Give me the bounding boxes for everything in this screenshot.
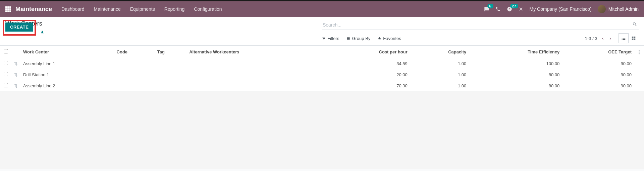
apps-icon[interactable]	[5, 6, 11, 12]
favorites-button[interactable]: Favorites	[378, 36, 401, 41]
svg-rect-9	[632, 37, 634, 38]
nav-menu: Dashboard Maintenance Equipments Reporti…	[61, 6, 222, 12]
create-highlight: CREATE	[3, 20, 36, 36]
col-alt[interactable]: Alternative Workcenters	[186, 46, 325, 58]
cell-tag	[155, 69, 186, 80]
svg-rect-1	[7, 6, 9, 8]
cell-code	[114, 69, 155, 80]
cell-eff: 80.00	[469, 80, 562, 91]
app-brand[interactable]: Maintenance	[15, 6, 52, 13]
groupby-button[interactable]: Group By	[346, 36, 370, 41]
select-all-checkbox[interactable]	[4, 49, 8, 53]
cell-work-center: Assembly Line 2	[20, 80, 114, 91]
cell-oee: 90.00	[562, 58, 634, 69]
table-row[interactable]: ⇅Assembly Line 134.591.00100.0090.00	[0, 58, 644, 69]
table-row[interactable]: ⇅Drill Station 120.001.0080.0090.00	[0, 69, 644, 80]
cell-cost: 34.59	[325, 58, 410, 69]
col-cost[interactable]: Cost per hour	[325, 46, 410, 58]
company-selector[interactable]: My Company (San Francisco)	[530, 6, 592, 12]
filters-button[interactable]: Filters	[322, 36, 339, 41]
messaging-icon[interactable]: 6	[484, 6, 489, 12]
cell-oee: 90.00	[562, 69, 634, 80]
col-capacity[interactable]: Capacity	[410, 46, 469, 58]
row-checkbox[interactable]	[4, 72, 8, 76]
cell-alt	[186, 58, 325, 69]
pager-next-icon[interactable]: ›	[608, 35, 612, 42]
cell-oee: 90.00	[562, 80, 634, 91]
cell-work-center: Assembly Line 1	[20, 58, 114, 69]
list-view-icon[interactable]	[619, 33, 629, 43]
cell-capacity: 1.00	[410, 69, 469, 80]
svg-rect-5	[9, 8, 11, 10]
cell-alt	[186, 69, 325, 80]
pager-value[interactable]: 1-3 / 3	[585, 36, 597, 41]
cell-code	[114, 58, 155, 69]
search-box	[322, 20, 639, 30]
kanban-view-icon[interactable]	[629, 33, 639, 43]
avatar	[598, 5, 606, 13]
user-menu[interactable]: Mitchell Admin	[598, 5, 639, 13]
cell-capacity: 1.00	[410, 58, 469, 69]
search-input[interactable]	[322, 21, 631, 29]
nav-equipments[interactable]: Equipments	[130, 6, 155, 12]
nav-configuration[interactable]: Configuration	[194, 6, 222, 12]
drag-handle-icon[interactable]: ⇅	[11, 69, 20, 80]
svg-rect-10	[634, 37, 636, 38]
cell-eff: 80.00	[469, 69, 562, 80]
cell-tag	[155, 80, 186, 91]
cell-tag	[155, 58, 186, 69]
col-work-center[interactable]: Work Center	[20, 46, 114, 58]
cell-capacity: 1.00	[410, 80, 469, 91]
cell-alt	[186, 80, 325, 91]
user-name: Mitchell Admin	[608, 6, 639, 12]
svg-rect-3	[5, 8, 7, 10]
nav-maintenance[interactable]: Maintenance	[94, 6, 121, 12]
row-checkbox[interactable]	[4, 61, 8, 65]
pager: 1-3 / 3 ‹ ›	[585, 35, 612, 42]
svg-rect-7	[7, 10, 9, 12]
import-icon[interactable]	[40, 30, 45, 35]
col-code[interactable]: Code	[114, 46, 155, 58]
create-button[interactable]: CREATE	[5, 23, 33, 32]
drag-handle-icon[interactable]: ⇅	[11, 58, 20, 69]
messaging-badge: 6	[487, 4, 493, 8]
phone-icon[interactable]	[495, 6, 501, 12]
activities-badge: 27	[510, 4, 518, 8]
svg-rect-4	[7, 8, 9, 10]
col-tag[interactable]: Tag	[155, 46, 186, 58]
svg-rect-2	[9, 6, 11, 8]
view-switcher	[619, 33, 639, 43]
activities-icon[interactable]: 27	[507, 6, 512, 12]
page-title: Work Centers	[5, 20, 322, 27]
col-oee[interactable]: OEE Target	[562, 46, 634, 58]
main-navbar: Maintenance Dashboard Maintenance Equipm…	[0, 1, 644, 17]
svg-rect-0	[5, 6, 7, 8]
nav-reporting[interactable]: Reporting	[164, 6, 185, 12]
pager-prev-icon[interactable]: ‹	[601, 35, 605, 42]
svg-rect-8	[9, 10, 11, 12]
list-view: Work Center Code Tag Alternative Workcen…	[0, 46, 644, 91]
nav-dashboard[interactable]: Dashboard	[61, 6, 85, 12]
control-panel: Work Centers CREATE	[0, 17, 644, 46]
col-eff[interactable]: Time Efficiency	[469, 46, 562, 58]
table-row[interactable]: ⇅Assembly Line 270.301.0080.0090.00	[0, 80, 644, 91]
search-icon[interactable]	[631, 22, 639, 28]
cell-cost: 20.00	[325, 69, 410, 80]
debug-icon[interactable]	[518, 6, 524, 12]
svg-rect-12	[634, 39, 636, 40]
drag-handle-icon[interactable]: ⇅	[11, 80, 20, 91]
row-checkbox[interactable]	[4, 83, 8, 87]
svg-rect-6	[5, 10, 7, 12]
optional-columns-icon[interactable]: ⋮	[634, 46, 644, 58]
cell-cost: 70.30	[325, 80, 410, 91]
cell-work-center: Drill Station 1	[20, 69, 114, 80]
cell-eff: 100.00	[469, 58, 562, 69]
cell-code	[114, 80, 155, 91]
svg-rect-11	[632, 39, 634, 40]
